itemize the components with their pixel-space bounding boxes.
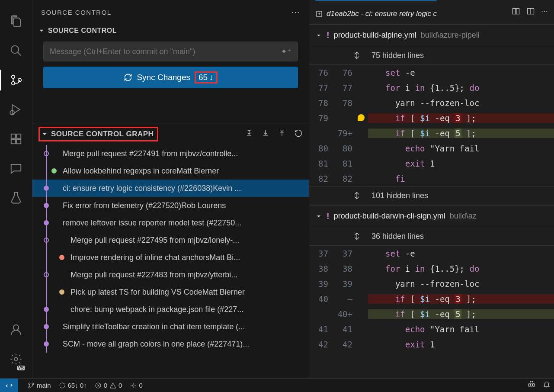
- svg-rect-7: [16, 139, 21, 144]
- svg-rect-5: [11, 134, 16, 138]
- layout-icon[interactable]: [526, 7, 535, 17]
- code-line: 4242 exit 1: [309, 337, 554, 352]
- commit-graph-list: Merge pull request #227491 from mjbvz/co…: [32, 145, 309, 353]
- svg-point-17: [32, 383, 34, 385]
- code-line: 8282 fi: [309, 171, 554, 186]
- sync-count-box: 65↓: [195, 71, 218, 84]
- sidebar-title: SOURCE CONTROL: [41, 9, 112, 16]
- graph-title: SOURCE CONTROL GRAPH: [51, 130, 154, 138]
- code-line: 4141 echo "Yarn fail: [309, 321, 554, 337]
- accounts-icon[interactable]: [6, 319, 26, 340]
- editor-tab[interactable]: d1eab2bc - ci: ensure retry logic c: [315, 0, 437, 24]
- hidden-lines-indicator[interactable]: 75 hidden lines: [309, 46, 554, 65]
- svg-rect-13: [516, 8, 519, 14]
- svg-point-19: [132, 385, 134, 386]
- source-control-icon[interactable]: [0, 70, 32, 90]
- svg-point-16: [29, 386, 30, 388]
- svg-point-22: [532, 385, 533, 386]
- fetch-icon[interactable]: [245, 129, 253, 139]
- activity-bar: [0, 0, 32, 378]
- code-line: 7878 yarn --frozen-loc: [309, 95, 554, 110]
- code-line: 8181 exit 1: [309, 156, 554, 171]
- code-line: 79 if [ $i -eq 3 ];: [309, 110, 554, 125]
- code-line: 40+ if [ $i -eq 5 ];: [309, 306, 554, 321]
- code-line: 79+ if [ $i -eq 5 ];: [309, 125, 554, 141]
- more-icon[interactable]: ⋯: [541, 7, 548, 17]
- chat-icon[interactable]: [6, 158, 26, 179]
- svg-rect-6: [11, 139, 16, 144]
- editor-area: d1eab2bc - ci: ensure retry logic c ⋯ !p…: [309, 0, 554, 378]
- sync-status[interactable]: 65↓ 0↑: [59, 382, 87, 389]
- code-line: 7676set -e: [309, 65, 554, 80]
- split-right-icon[interactable]: [512, 7, 520, 17]
- hidden-lines-indicator[interactable]: 101 hidden lines: [309, 186, 554, 205]
- search-icon[interactable]: [6, 40, 26, 61]
- diff-file-header[interactable]: !product-build-darwin-cli-sign.ymlbuild\…: [309, 205, 554, 227]
- section-header[interactable]: SOURCE CONTROL: [32, 24, 309, 37]
- source-control-graph-section: SOURCE CONTROL GRAPH Merge pull request …: [32, 123, 309, 353]
- push-icon[interactable]: [278, 129, 286, 139]
- problems-status[interactable]: 0 0: [95, 382, 122, 389]
- bell-icon[interactable]: [543, 380, 551, 390]
- svg-point-21: [530, 385, 531, 386]
- svg-rect-8: [16, 134, 21, 138]
- remote-button[interactable]: [0, 379, 18, 392]
- extensions-icon[interactable]: [6, 129, 26, 149]
- svg-rect-20: [528, 383, 534, 387]
- copilot-icon[interactable]: [527, 380, 536, 390]
- commit-row[interactable]: Simplify titleToolbar creation in chat i…: [32, 318, 309, 335]
- settings-icon[interactable]: [6, 349, 26, 370]
- code-line: 40— if [ $i -eq 3 ];: [309, 291, 554, 306]
- commit-row[interactable]: Merge pull request #227495 from mjbvz/lo…: [32, 231, 309, 249]
- commit-row[interactable]: Pick up latest TS for building VS CodeMa…: [32, 283, 309, 301]
- diff-icon: [315, 10, 323, 18]
- section-title-text: SOURCE CONTROL: [48, 27, 117, 35]
- svg-rect-12: [513, 8, 516, 14]
- commit-row[interactable]: Fix error from telemetry (#227520)Rob Lo…: [32, 197, 309, 214]
- more-actions-icon[interactable]: ⋯: [291, 7, 301, 17]
- debug-icon[interactable]: [6, 99, 26, 120]
- diff-file-header[interactable]: !product-build-alpine.ymlbuild\azure-pip…: [309, 24, 554, 46]
- sync-icon: [124, 73, 132, 82]
- sidebar-header: SOURCE CONTROL ⋯: [32, 0, 309, 24]
- branch-indicator[interactable]: main: [28, 382, 51, 389]
- refresh-icon[interactable]: [294, 129, 303, 139]
- commit-row[interactable]: Allow lookbehind regexps in coreMatt Bie…: [32, 162, 309, 180]
- svg-point-9: [13, 325, 19, 331]
- commit-row[interactable]: remove leftover issue reporter model tes…: [32, 214, 309, 231]
- sparkle-icon[interactable]: ✦⁺: [281, 47, 291, 56]
- code-line: 8080 echo "Yarn fail: [309, 141, 554, 156]
- code-line: 3737set -e: [309, 246, 554, 261]
- graph-header[interactable]: SOURCE CONTROL GRAPH: [32, 123, 309, 145]
- code-line: 3838for i in {1..5}; do: [309, 261, 554, 276]
- svg-point-10: [14, 357, 18, 361]
- commit-row[interactable]: Merge pull request #227483 from mjbvz/yt…: [32, 266, 309, 283]
- sync-label: Sync Changes: [137, 73, 190, 82]
- status-bar: main 65↓ 0↑ 0 0 0: [0, 378, 554, 392]
- testing-icon[interactable]: [6, 187, 26, 208]
- commit-message-input[interactable]: ✦⁺: [43, 42, 298, 61]
- explorer-icon[interactable]: [6, 11, 26, 32]
- svg-point-0: [11, 46, 19, 54]
- sidebar: SOURCE CONTROL ⋯ SOURCE CONTROL ✦⁺ Sync …: [32, 0, 309, 378]
- commit-row[interactable]: chore: bump webpack in package.json file…: [32, 301, 309, 318]
- hidden-lines-indicator[interactable]: 36 hidden lines: [309, 227, 554, 246]
- svg-point-2: [12, 82, 15, 85]
- graph-actions: [245, 129, 303, 139]
- commit-message-field[interactable]: [50, 47, 281, 56]
- svg-point-15: [29, 383, 30, 385]
- commit-row[interactable]: Merge pull request #227491 from mjbvz/co…: [32, 145, 309, 162]
- tab-bar: d1eab2bc - ci: ensure retry logic c ⋯: [309, 0, 554, 24]
- commit-row[interactable]: SCM - move all graph colors in one place…: [32, 335, 309, 353]
- code-line: 7777for i in {1..5}; do: [309, 80, 554, 95]
- commit-row[interactable]: ci: ensure retry logic consistency (#226…: [32, 180, 309, 197]
- svg-point-1: [12, 75, 15, 79]
- tab-title: d1eab2bc - ci: ensure retry logic c: [327, 10, 437, 18]
- commit-row[interactable]: Improve rendering of inline chat anchors…: [32, 249, 309, 266]
- pull-icon[interactable]: [261, 129, 270, 139]
- code-line: 3939 yarn --frozen-loc: [309, 276, 554, 291]
- sync-changes-button[interactable]: Sync Changes 65↓: [43, 67, 298, 88]
- ports-status[interactable]: 0: [130, 382, 142, 389]
- diff-container: !product-build-alpine.ymlbuild\azure-pip…: [309, 24, 554, 352]
